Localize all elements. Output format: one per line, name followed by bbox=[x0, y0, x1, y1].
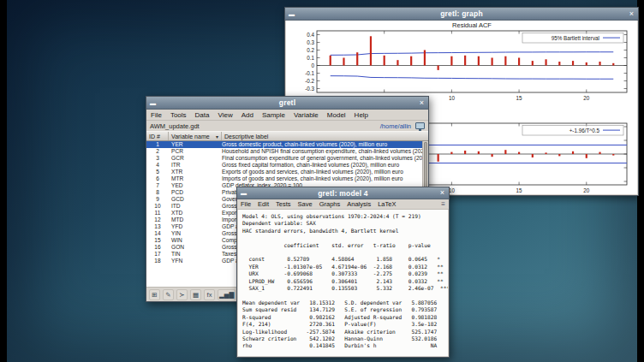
cell-id: 6 bbox=[146, 175, 169, 182]
svg-text:-0.1: -0.1 bbox=[305, 70, 314, 76]
model-output-area: Model 4: OLS, using observations 1970:2-… bbox=[238, 210, 448, 356]
model-window-titlebar[interactable]: ▬ gretl: model 4 × bbox=[237, 187, 449, 199]
svg-text:0.2: 0.2 bbox=[307, 47, 314, 53]
variable-row-YER[interactable]: 1YERGross domestic product, chain-linked… bbox=[146, 141, 428, 148]
svg-text:20: 20 bbox=[583, 95, 590, 101]
column-header-variable-name[interactable]: Variable name ▾ bbox=[169, 132, 222, 140]
graph-icon[interactable]: ▂▅▇ bbox=[218, 289, 236, 300]
main-window-title: gretl bbox=[159, 98, 415, 107]
svg-text:10: 10 bbox=[449, 187, 456, 193]
svg-text:10: 10 bbox=[449, 95, 456, 101]
cell-id: 12 bbox=[146, 217, 169, 223]
cell-variable-name: YED bbox=[169, 182, 222, 189]
console-icon[interactable]: ≻ bbox=[176, 289, 188, 300]
cell-variable-name: GCR bbox=[169, 155, 222, 162]
menu-item-graphs[interactable]: Graphs bbox=[316, 199, 344, 209]
cell-variable-name: GCD bbox=[169, 196, 222, 203]
dataset-status-row: AWM_update.gdt /home/allin bbox=[146, 121, 428, 131]
cell-id: 18 bbox=[146, 258, 169, 264]
menu-item-file[interactable]: File bbox=[237, 199, 254, 209]
cell-variable-name: YER bbox=[169, 141, 222, 148]
cell-variable-name: PCR bbox=[169, 148, 222, 155]
cell-id: 16 bbox=[146, 244, 169, 251]
cell-id: 13 bbox=[146, 223, 169, 230]
column-header-descriptive-label[interactable]: Descriptive label bbox=[222, 132, 428, 140]
cell-variable-name: WIN bbox=[169, 237, 222, 244]
menu-overflow-icon[interactable]: ≡ bbox=[441, 200, 445, 208]
close-icon[interactable]: × bbox=[625, 8, 638, 20]
cell-descriptive-label: Final consumption expenditure of general… bbox=[222, 155, 428, 162]
svg-text:0: 0 bbox=[311, 62, 314, 68]
cell-id: 10 bbox=[146, 203, 169, 210]
cell-id: 3 bbox=[146, 155, 169, 162]
close-icon[interactable]: × bbox=[436, 187, 449, 199]
menu-item-sample[interactable]: Sample bbox=[258, 110, 289, 121]
svg-text:0.1: 0.1 bbox=[307, 55, 314, 61]
model-output-text: Model 4: OLS, using observations 1970:2-… bbox=[238, 210, 448, 350]
cell-id: 15 bbox=[146, 237, 169, 244]
cell-id: 2 bbox=[146, 148, 169, 155]
main-menubar: FileToolsDataViewAddSampleVariableModelH… bbox=[146, 110, 428, 121]
cell-variable-name: XTD bbox=[169, 210, 222, 217]
cell-variable-name: XTR bbox=[169, 169, 222, 175]
menu-item-file[interactable]: File bbox=[146, 110, 166, 121]
svg-text:20: 20 bbox=[583, 187, 590, 193]
menu-item-edit[interactable]: Edit bbox=[254, 199, 272, 209]
column-header-id[interactable]: ID # bbox=[146, 132, 169, 140]
working-directory-link[interactable]: /home/allin bbox=[380, 122, 411, 130]
cell-id: 8 bbox=[146, 189, 169, 196]
monitor-icon[interactable] bbox=[415, 122, 425, 129]
column-header-variable-name-label: Variable name bbox=[171, 134, 210, 139]
variable-row-GCR[interactable]: 3GCRFinal consumption expenditure of gen… bbox=[146, 155, 428, 162]
variable-row-PCR[interactable]: 2PCRHousehold and NPISH final consumptio… bbox=[146, 148, 428, 155]
cell-variable-name: YFN bbox=[169, 258, 222, 264]
new-script-icon[interactable]: ✎ bbox=[163, 289, 174, 300]
menu-item-data[interactable]: Data bbox=[191, 110, 214, 121]
model-window[interactable]: ▬ gretl: model 4 × FileEditTestsSaveGrap… bbox=[236, 187, 450, 358]
session-icon[interactable]: ▦ bbox=[190, 289, 201, 300]
main-window-titlebar[interactable]: ▬ gretl × bbox=[146, 97, 428, 110]
close-icon[interactable]: × bbox=[415, 97, 428, 109]
svg-text:0.4: 0.4 bbox=[307, 32, 314, 38]
acf-chart: 0.40.30.20.10-0.1-0.2-0.35101520Residual… bbox=[286, 21, 637, 106]
variable-row-ITR[interactable]: 4ITRGross fixed capital formation, chain… bbox=[146, 162, 428, 169]
menu-item-view[interactable]: View bbox=[213, 110, 236, 121]
menu-item-save[interactable]: Save bbox=[295, 199, 316, 209]
function-packages-icon[interactable]: fx bbox=[204, 289, 215, 300]
graph-window-title: gretl: graph bbox=[298, 9, 625, 18]
cell-id: 5 bbox=[146, 169, 169, 175]
calculator-icon[interactable]: ⊞ bbox=[149, 289, 160, 300]
graph-window-titlebar[interactable]: ▬ gretl: graph × bbox=[285, 8, 638, 21]
svg-text:0.3: 0.3 bbox=[307, 39, 314, 45]
menu-item-latex[interactable]: LaTeX bbox=[374, 199, 399, 209]
menu-item-tests[interactable]: Tests bbox=[272, 199, 295, 209]
cell-variable-name: MTR bbox=[169, 175, 222, 182]
svg-text:15: 15 bbox=[516, 187, 523, 193]
variable-row-MTR[interactable]: 6MTRImports of goods and services, chain… bbox=[146, 175, 428, 182]
cell-descriptive-label: Exports of goods and services, chain-lin… bbox=[222, 169, 428, 175]
window-menu-icon[interactable]: ▬ bbox=[237, 187, 250, 199]
cell-id: 14 bbox=[146, 230, 169, 237]
cell-variable-name: ITR bbox=[169, 162, 222, 169]
variable-row-XTR[interactable]: 5XTRExports of goods and services, chain… bbox=[146, 169, 428, 175]
cell-variable-name: YIN bbox=[169, 230, 222, 237]
model-window-title: gretl: model 4 bbox=[250, 189, 436, 198]
menu-item-tools[interactable]: Tools bbox=[166, 110, 191, 121]
menu-item-analysis[interactable]: Analysis bbox=[343, 199, 374, 209]
menu-item-variable[interactable]: Variable bbox=[289, 110, 323, 121]
menu-item-add[interactable]: Add bbox=[237, 110, 258, 121]
cell-variable-name: MTD bbox=[169, 217, 222, 223]
menu-item-model[interactable]: Model bbox=[323, 110, 350, 121]
cell-descriptive-label: Household and NPISH final consumption ex… bbox=[222, 148, 428, 155]
cell-id: 11 bbox=[146, 210, 169, 217]
window-menu-icon[interactable]: ▬ bbox=[146, 97, 159, 109]
cell-id: 1 bbox=[146, 141, 169, 148]
window-menu-icon[interactable]: ▬ bbox=[285, 8, 298, 20]
svg-text:15: 15 bbox=[516, 95, 523, 101]
svg-text:95% Bartlett interval: 95% Bartlett interval bbox=[552, 35, 599, 41]
variable-list-header: ID # Variable name ▾ Descriptive label bbox=[146, 131, 428, 141]
cell-descriptive-label: Imports of goods and services, chain-lin… bbox=[222, 175, 428, 182]
cell-variable-name: YFD bbox=[169, 223, 222, 230]
cell-descriptive-label: Gross domestic product, chain-linked vol… bbox=[222, 141, 428, 148]
menu-item-help[interactable]: Help bbox=[350, 110, 373, 121]
